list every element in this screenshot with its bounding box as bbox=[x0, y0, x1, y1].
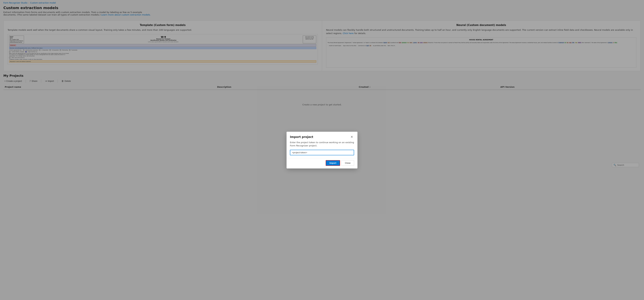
modal-footer: Import Close bbox=[286, 158, 358, 168]
project-token-input[interactable] bbox=[290, 150, 354, 155]
modal-description: Enter the project token to continue work… bbox=[290, 141, 354, 148]
modal-cancel-button[interactable]: Close bbox=[342, 160, 354, 166]
import-confirm-button[interactable]: Import bbox=[326, 160, 340, 166]
modal-header: Import project ✕ bbox=[286, 132, 358, 141]
modal-body: Enter the project token to continue work… bbox=[286, 141, 358, 158]
import-project-modal: Import project ✕ Enter the project token… bbox=[286, 132, 358, 168]
modal-backdrop: Import project ✕ Enter the project token… bbox=[0, 0, 644, 300]
modal-title: Import project bbox=[290, 135, 313, 139]
modal-close-button[interactable]: ✕ bbox=[350, 135, 354, 139]
